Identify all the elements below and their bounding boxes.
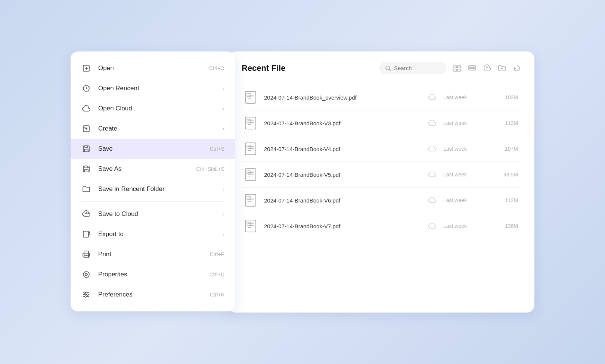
menu-item-properties[interactable]: Properties Ctrl+D <box>71 264 235 285</box>
svg-rect-44 <box>245 91 256 103</box>
menu-shortcut-save-as: Ctrl+Shift+S <box>196 166 224 172</box>
cloud-sync-icon <box>428 120 436 126</box>
svg-rect-31 <box>454 66 457 68</box>
divider-1 <box>81 201 224 202</box>
table-row[interactable]: 2024-07-14-BrandBook_overview.pdf Last w… <box>242 85 521 110</box>
svg-rect-12 <box>85 166 88 168</box>
svg-point-27 <box>87 294 88 295</box>
file-icon <box>245 219 258 233</box>
table-row[interactable]: 2024-07-14-BrandBook-V3.pdf Last week 11… <box>242 110 521 136</box>
folder-icon <box>81 184 91 194</box>
search-icon <box>385 65 391 71</box>
menu-item-export-to[interactable]: Export to › <box>71 224 235 244</box>
search-bar[interactable] <box>379 62 446 74</box>
list-view-icon[interactable] <box>453 64 461 72</box>
file-icon <box>245 91 258 104</box>
chevron-right-icon-4: › <box>223 186 224 192</box>
file-size: 98.5M <box>488 172 518 178</box>
chevron-right-icon-2: › <box>223 106 224 112</box>
file-size: 112M <box>488 197 518 203</box>
export-icon <box>81 229 91 239</box>
file-name: 2024-07-14-BrandBook-V6.pdf <box>264 197 425 204</box>
svg-rect-33 <box>454 69 457 71</box>
menu-label-open-cloud: Open Cloud <box>98 105 220 112</box>
toolbar-icons <box>453 64 521 72</box>
file-date: Last week <box>443 120 488 126</box>
chevron-right-icon-6: › <box>223 231 224 237</box>
table-row[interactable]: 2024-07-14-BrandBook-V6.pdf Last week 11… <box>242 188 521 213</box>
menu-item-open-recent[interactable]: Open Rencent › <box>71 78 235 98</box>
file-size: 107M <box>488 146 518 152</box>
add-folder-icon[interactable] <box>498 64 506 72</box>
menu-shortcut-print: Ctrl+P <box>210 251 224 257</box>
cloud-sync-icon <box>428 146 436 152</box>
file-name: 2024-07-14-BrandBook-V5.pdf <box>264 172 425 178</box>
menu-item-open[interactable]: Open Ctrl+O <box>71 58 235 78</box>
file-icon <box>245 194 258 207</box>
svg-rect-16 <box>83 231 89 237</box>
menu-item-open-cloud[interactable]: Open Cloud › <box>71 98 235 119</box>
svg-point-29 <box>386 66 390 70</box>
svg-line-30 <box>389 69 391 71</box>
svg-point-22 <box>85 273 87 276</box>
file-list: 2024-07-14-BrandBook_overview.pdf Last w… <box>242 85 521 239</box>
menu-item-save-in-recent[interactable]: Save in Rencent Folder › <box>71 179 235 199</box>
menu-item-save-as[interactable]: Save As Ctrl+Shift+S <box>71 159 235 179</box>
file-name: 2024-07-14-BrandBook_overview.pdf <box>264 94 425 101</box>
file-name: 2024-07-14-BrandBook-V3.pdf <box>264 120 425 126</box>
cloud-sync-icon <box>428 94 436 100</box>
save-cloud-icon <box>81 209 91 219</box>
file-icon <box>245 116 258 130</box>
file-size: 113M <box>488 120 518 126</box>
preferences-icon <box>81 289 91 300</box>
file-icon <box>245 168 258 181</box>
save-as-icon <box>81 164 91 174</box>
cloud-sync-icon <box>428 172 436 178</box>
page-title: Recent File <box>242 63 379 73</box>
svg-rect-19 <box>84 255 89 258</box>
file-name: 2024-07-14-BrandBook-V4.pdf <box>264 146 425 152</box>
file-panel-header: Recent File <box>242 62 521 74</box>
file-size: 102M <box>488 94 518 100</box>
table-row[interactable]: 2024-07-14-BrandBook-V4.pdf Last week 10… <box>242 136 521 162</box>
menu-label-print: Print <box>98 251 207 258</box>
table-row[interactable]: 2024-07-14-BrandBook-V5.pdf Last week 98… <box>242 162 521 188</box>
menu-panel: Open Ctrl+O Open Rencent › Open Cloud › <box>71 51 235 311</box>
file-date: Last week <box>443 146 488 152</box>
upload-icon[interactable] <box>483 64 491 72</box>
menu-label-export-to: Export to <box>98 230 220 238</box>
cloud-icon <box>81 103 91 114</box>
table-row[interactable]: 2024-07-14-BrandBook-V7.pdf Last week 13… <box>242 213 521 239</box>
svg-rect-49 <box>245 117 256 129</box>
refresh-icon[interactable] <box>513 64 521 72</box>
app-container: Open Ctrl+O Open Rencent › Open Cloud › <box>71 51 534 313</box>
chevron-right-icon-5: › <box>223 211 224 217</box>
menu-label-properties: Properties <box>98 271 207 278</box>
file-size: 136M <box>488 223 518 229</box>
svg-point-28 <box>85 296 86 297</box>
svg-rect-32 <box>457 66 460 68</box>
file-icon <box>245 142 258 156</box>
menu-item-create[interactable]: Create › <box>71 119 235 139</box>
svg-line-14 <box>88 167 89 168</box>
menu-item-save-to-cloud[interactable]: Save to Cloud › <box>71 204 235 224</box>
menu-label-create: Create <box>98 125 220 132</box>
chevron-right-icon: › <box>223 85 224 91</box>
menu-label-save-as: Save As <box>98 165 193 173</box>
grid-view-icon[interactable] <box>468 64 476 72</box>
svg-rect-9 <box>85 146 88 148</box>
menu-shortcut-open: Ctrl+O <box>209 65 224 71</box>
menu-item-preferences[interactable]: Preferences Ctrl+K <box>71 285 235 305</box>
file-date: Last week <box>443 94 488 100</box>
menu-label-open-recent: Open Rencent <box>98 85 220 92</box>
svg-rect-36 <box>469 68 475 70</box>
menu-item-print[interactable]: Print Ctrl+P <box>71 244 235 264</box>
svg-rect-10 <box>84 149 88 152</box>
menu-shortcut-preferences: Ctrl+K <box>210 292 224 298</box>
chevron-right-icon-3: › <box>223 126 224 132</box>
search-input[interactable] <box>394 65 440 71</box>
svg-rect-54 <box>245 143 256 155</box>
menu-label-save: Save <box>98 145 207 153</box>
menu-item-save[interactable]: Save Ctrl+S <box>71 139 235 159</box>
print-icon <box>81 249 91 260</box>
